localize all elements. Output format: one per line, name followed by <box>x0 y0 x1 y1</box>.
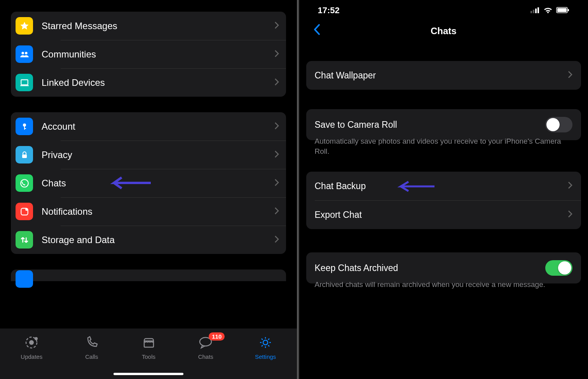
settings-screen: Starred Messages Communities Linked Devi… <box>0 0 297 379</box>
chevron-right-icon <box>568 209 572 220</box>
row-label: Chat Backup <box>315 181 568 191</box>
svg-point-3 <box>23 123 26 127</box>
row-notifications[interactable]: Notifications <box>11 197 286 226</box>
row-chat-backup[interactable]: Chat Backup <box>306 172 581 200</box>
row-privacy[interactable]: Privacy <box>11 141 286 169</box>
nav-bar: Chats <box>306 18 581 45</box>
svg-point-7 <box>21 179 28 187</box>
home-indicator[interactable] <box>113 373 183 375</box>
row-label: Starred Messages <box>42 21 274 31</box>
chevron-right-icon <box>568 181 572 191</box>
chat-wallpaper-group: Chat Wallpaper <box>306 61 581 90</box>
tab-chats[interactable]: 110 Chats <box>198 335 213 360</box>
archived-toggle[interactable] <box>545 260 572 276</box>
tab-settings[interactable]: Settings <box>255 335 276 360</box>
svg-rect-2 <box>21 80 28 85</box>
row-chats[interactable]: Chats <box>11 169 286 197</box>
tab-calls[interactable]: Calls <box>84 335 99 360</box>
svg-rect-4 <box>24 126 25 130</box>
row-label: Storage and Data <box>42 235 274 245</box>
row-chat-wallpaper[interactable]: Chat Wallpaper <box>306 61 581 90</box>
status-time: 17:52 <box>318 5 340 16</box>
svg-rect-5 <box>24 128 26 129</box>
row-label: Chat Wallpaper <box>315 70 568 81</box>
gear-icon <box>258 335 273 350</box>
row-export-chat[interactable]: Export Chat <box>306 200 581 229</box>
page-title: Chats <box>306 26 581 37</box>
chats-settings-screen: 17:52 Chats Chat Wallpaper Save to Camer… <box>298 0 588 379</box>
chevron-right-icon <box>274 178 279 189</box>
svg-point-12 <box>35 337 38 340</box>
row-save-camera-roll[interactable]: Save to Camera Roll <box>306 109 581 140</box>
svg-rect-17 <box>533 10 534 13</box>
svg-point-0 <box>21 52 24 54</box>
laptop-icon <box>16 74 33 91</box>
lock-icon <box>16 146 33 163</box>
svg-point-1 <box>25 52 28 54</box>
row-label: Linked Devices <box>42 77 274 88</box>
store-icon <box>141 335 157 350</box>
tab-updates[interactable]: Updates <box>21 335 42 360</box>
svg-point-9 <box>25 208 28 211</box>
star-icon <box>16 17 33 35</box>
chats-badge: 110 <box>209 332 225 341</box>
backup-group: Chat Backup Export Chat <box>306 172 581 229</box>
status-bar: 17:52 <box>306 0 581 18</box>
settings-group-2: Account Privacy Chats Notifications <box>11 112 286 254</box>
svg-rect-16 <box>530 11 532 13</box>
row-linked-devices[interactable]: Linked Devices <box>11 68 286 97</box>
wifi-icon <box>543 5 553 16</box>
phone-icon <box>84 335 99 350</box>
row-label: Privacy <box>42 150 274 160</box>
whatsapp-icon <box>16 174 33 192</box>
chevron-right-icon <box>274 235 279 245</box>
tab-tools[interactable]: Tools <box>141 335 157 360</box>
svg-rect-6 <box>22 155 27 158</box>
settings-group-1: Starred Messages Communities Linked Devi… <box>11 12 286 97</box>
cellular-icon <box>530 5 540 16</box>
settings-group-peek <box>11 269 286 281</box>
chevron-right-icon <box>274 121 279 132</box>
tab-label: Settings <box>255 353 276 360</box>
chevron-right-icon <box>274 77 279 88</box>
row-keep-archived[interactable]: Keep Chats Archived <box>306 252 581 283</box>
row-label: Keep Chats Archived <box>315 263 546 273</box>
chevron-right-icon <box>274 49 279 60</box>
row-account[interactable]: Account <box>11 112 286 141</box>
row-starred-messages[interactable]: Starred Messages <box>11 12 286 40</box>
svg-rect-19 <box>537 7 539 13</box>
camera-roll-toggle[interactable] <box>545 117 572 132</box>
svg-point-11 <box>29 340 34 345</box>
chevron-right-icon <box>274 206 279 217</box>
updown-icon <box>16 231 33 249</box>
tab-label: Tools <box>142 353 155 360</box>
row-label: Notifications <box>42 206 274 217</box>
svg-rect-22 <box>568 9 569 11</box>
archived-group: Keep Chats Archived <box>306 252 581 283</box>
row-label: Save to Camera Roll <box>315 120 546 130</box>
row-communities[interactable]: Communities <box>11 40 286 68</box>
svg-rect-21 <box>557 8 567 12</box>
chevron-right-icon <box>274 21 279 31</box>
battery-icon <box>556 5 569 16</box>
svg-point-15 <box>263 340 268 345</box>
status-icon <box>24 335 39 350</box>
camera-roll-group: Save to Camera Roll <box>306 109 581 140</box>
tab-bar: Updates Calls Tools 110 Chats Settings <box>0 329 297 379</box>
row-label: Chats <box>42 178 274 189</box>
row-label: Account <box>42 121 274 132</box>
tab-label: Chats <box>198 353 213 360</box>
svg-rect-18 <box>535 9 537 13</box>
people-icon <box>16 45 33 63</box>
peek-icon <box>16 270 33 288</box>
chevron-right-icon <box>568 70 572 81</box>
tab-label: Updates <box>21 353 42 360</box>
row-storage-data[interactable]: Storage and Data <box>11 226 286 254</box>
tab-label: Calls <box>85 353 98 360</box>
chevron-right-icon <box>274 150 279 160</box>
key-icon <box>16 118 33 135</box>
notifications-icon <box>16 203 33 220</box>
row-label: Communities <box>42 49 274 60</box>
row-label: Export Chat <box>315 210 568 220</box>
